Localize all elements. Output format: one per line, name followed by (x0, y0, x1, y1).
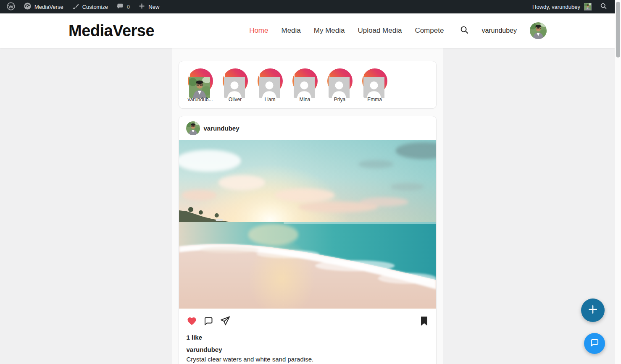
story-avatar-placeholder (259, 77, 282, 98)
chat-fab[interactable] (584, 333, 605, 354)
nav-item-compete[interactable]: Compete (415, 26, 444, 35)
comment-bubble-icon (116, 3, 124, 11)
story-item-emma[interactable]: Emma (362, 68, 388, 103)
story-avatar-placeholder (224, 77, 247, 98)
dashboard-gauge-icon (24, 2, 32, 11)
comments-menu[interactable]: 0 (112, 0, 134, 13)
header-search-button[interactable] (460, 26, 468, 36)
story-avatar-placeholder (329, 77, 351, 98)
page: MediaVerse Customize 0 (0, 0, 615, 364)
story-label: Mina (299, 97, 310, 103)
story-gradient-ring (327, 68, 353, 94)
story-avatar-photo (189, 77, 212, 98)
story-label: Oliver (229, 97, 242, 103)
share-button[interactable] (220, 316, 231, 328)
wordpress-logo-menu[interactable] (3, 0, 19, 13)
plus-icon (138, 3, 145, 11)
header-avatar[interactable] (530, 22, 547, 39)
customize-menu[interactable]: Customize (68, 0, 112, 13)
nav-item-home[interactable]: Home (249, 26, 268, 35)
bookmark-icon-filled (420, 316, 428, 328)
story-gradient-ring (258, 68, 283, 94)
story-item-priya[interactable]: Priya (327, 68, 353, 103)
post-author-username[interactable]: varundubey (204, 125, 239, 132)
howdy-text: Howdy, varundubey (532, 4, 580, 10)
post-author-avatar[interactable] (186, 121, 200, 135)
scrollbar-thumb[interactable] (616, 2, 620, 58)
content-area: varundub... Oliver (0, 48, 615, 364)
story-gradient-ring (362, 68, 387, 94)
story-item-liam[interactable]: Liam (257, 68, 283, 103)
post-likes-count[interactable]: 1 like (179, 328, 436, 341)
main-nav: Home Media My Media Upload Media Compete… (249, 22, 547, 39)
stories-card: varundub... Oliver (179, 61, 437, 109)
story-gradient-ring (223, 68, 248, 94)
search-icon (600, 3, 607, 11)
my-account-menu[interactable]: Howdy, varundubey (528, 0, 596, 13)
caption-author[interactable]: varundubey (187, 345, 429, 354)
story-item-mina[interactable]: Mina (292, 68, 318, 103)
search-icon (460, 26, 468, 36)
header-username-link[interactable]: varundubey (482, 27, 517, 34)
customize-label: Customize (82, 4, 108, 10)
story-avatar-placeholder (363, 77, 386, 98)
story-item-oliver[interactable]: Oliver (222, 68, 248, 103)
comment-button[interactable] (203, 316, 213, 328)
story-gradient-ring (292, 68, 318, 94)
admin-bar-left: MediaVerse Customize 0 (3, 0, 163, 13)
admin-bar-right: Howdy, varundubey (528, 0, 612, 13)
story-label: varundub... (187, 97, 213, 103)
like-button[interactable] (187, 316, 197, 328)
admin-bar-site-name: MediaVerse (34, 4, 63, 10)
admin-bar-avatar (584, 3, 592, 10)
story-label: Liam (264, 97, 275, 103)
site-header: MediaVerse Home Media My Media Upload Me… (0, 13, 615, 48)
post-card: varundubey (179, 116, 437, 364)
site-title[interactable]: MediaVerse (68, 22, 154, 40)
create-post-fab[interactable] (581, 299, 605, 322)
caption-text: Crystal clear waters and white sand para… (187, 356, 314, 363)
plus-icon (587, 304, 598, 317)
nav-item-media[interactable]: Media (281, 26, 300, 35)
new-content-menu[interactable]: New (134, 0, 163, 13)
post-actions (179, 309, 436, 328)
post-caption: varundubey Crystal clear waters and whit… (179, 341, 436, 364)
story-item-varundubey[interactable]: varundub... (187, 68, 213, 103)
story-label: Priya (334, 97, 345, 103)
heart-icon-filled (187, 316, 197, 328)
post-image-beach-sunset[interactable] (179, 140, 436, 309)
nav-item-my-media[interactable]: My Media (314, 26, 345, 35)
chat-bubble-icon (589, 338, 600, 349)
wp-admin-bar: MediaVerse Customize 0 (0, 0, 615, 13)
story-gradient-ring (188, 68, 213, 94)
story-avatar-placeholder (294, 77, 316, 98)
page-scrollbar[interactable] (615, 0, 621, 364)
wordpress-logo-icon (7, 2, 15, 12)
comments-count: 0 (127, 4, 130, 10)
comment-icon (203, 316, 213, 328)
new-label: New (148, 4, 159, 10)
bookmark-button[interactable] (420, 316, 428, 328)
send-paper-plane-icon (220, 316, 231, 328)
post-header: varundubey (179, 116, 436, 140)
nav-item-upload-media[interactable]: Upload Media (358, 26, 402, 35)
admin-search-button[interactable] (597, 0, 610, 13)
admin-bar-site-menu[interactable]: MediaVerse (19, 0, 68, 13)
story-label: Emma (367, 97, 382, 103)
paintbrush-icon (72, 3, 79, 11)
feed-column: varundub... Oliver (172, 48, 443, 364)
